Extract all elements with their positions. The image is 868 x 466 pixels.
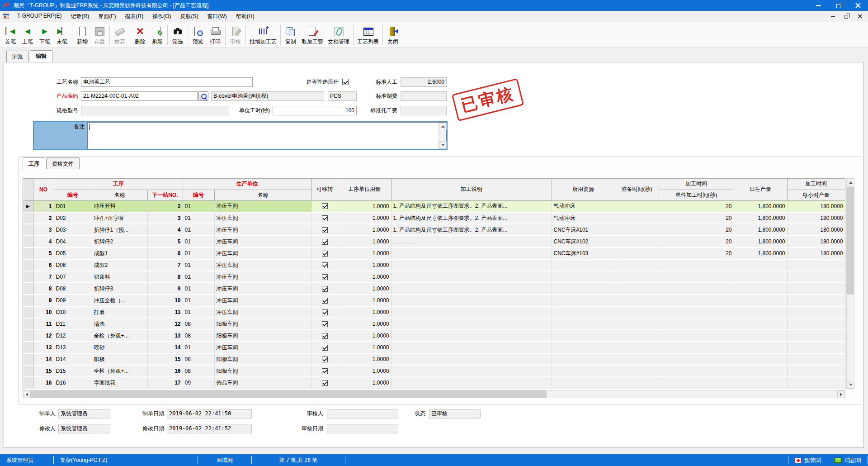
cell-unit_time[interactable]: [659, 330, 734, 342]
cell-desc[interactable]: [391, 330, 552, 342]
col-header-process-name[interactable]: 名称: [92, 190, 147, 200]
cell-resource[interactable]: [552, 271, 615, 283]
cell-name[interactable]: 成型1: [92, 247, 147, 259]
cell-unit_time[interactable]: [659, 342, 734, 353]
cell-uname[interactable]: 冲压车间: [214, 306, 311, 318]
cell-resource[interactable]: [552, 306, 615, 318]
preferred-flow-checkbox[interactable]: [342, 79, 349, 85]
cell-no[interactable]: 2: [33, 212, 54, 224]
cell-prep[interactable]: [615, 330, 659, 342]
cell-prep[interactable]: [615, 353, 659, 365]
col-header-unit-name[interactable]: 名称: [214, 190, 311, 200]
toolbar-button-nav-prev[interactable]: 上笔: [19, 23, 36, 47]
grid-row[interactable]: 6D06成型2701冲压车间1.0000: [23, 259, 845, 271]
cell-name[interactable]: 成型2: [92, 259, 147, 271]
row-selector-gutter[interactable]: [23, 342, 33, 353]
row-selector-gutter[interactable]: [23, 271, 33, 283]
row-selector-gutter[interactable]: [23, 283, 33, 295]
cell-name[interactable]: 阳极: [92, 353, 147, 365]
col-header-transferable[interactable]: 可移转: [311, 179, 338, 200]
cell-usage[interactable]: 1.0000: [338, 295, 391, 306]
cell-name[interactable]: 字面批花: [92, 377, 147, 389]
cell-uname[interactable]: 冲压车间: [214, 236, 311, 247]
grid-row[interactable]: 12D12全检（外观+...1308阳极车间1.0000: [23, 330, 845, 342]
cell-name[interactable]: 冲压全检（...: [92, 295, 147, 306]
cell-uname[interactable]: 冲压车间: [214, 200, 311, 212]
cell-ucode[interactable]: 01: [183, 224, 214, 236]
cell-daily[interactable]: 1,800.0000: [734, 247, 787, 259]
grid-row[interactable]: ▶1D01冲压开料201冲压车间1.00001. 产品结构及尺寸依工序图要求。2…: [23, 200, 845, 212]
cell-desc[interactable]: 1. 产品结构及尺寸依工序图要求。2. 产品表面...: [391, 224, 552, 236]
cell-prep[interactable]: [615, 271, 659, 283]
cell-ucode[interactable]: 01: [183, 236, 214, 247]
toolbar-button-copy[interactable]: 复制: [282, 23, 299, 47]
cell-no[interactable]: 8: [33, 283, 54, 295]
cell-name[interactable]: 打磨: [92, 306, 147, 318]
cell-code[interactable]: D11: [54, 318, 92, 330]
toolbar-button-delete[interactable]: 删除: [132, 23, 149, 47]
cell-daily[interactable]: [734, 306, 787, 318]
cell-code[interactable]: D16: [54, 377, 92, 389]
cell-unit_time[interactable]: 20: [659, 200, 734, 212]
tab-browse[interactable]: 浏览: [6, 51, 29, 62]
cell-name[interactable]: 切废料: [92, 271, 147, 283]
cell-uname[interactable]: 冲压车间: [214, 212, 311, 224]
menu-item-4[interactable]: 报表(R): [120, 11, 148, 22]
transferable-checkbox[interactable]: [322, 251, 328, 257]
window-minimize-button[interactable]: [808, 0, 828, 11]
transferable-checkbox[interactable]: [322, 380, 328, 386]
cell-next[interactable]: 7: [147, 259, 183, 271]
cell-next[interactable]: 13: [147, 330, 183, 342]
cell-resource[interactable]: CNC车床#102: [552, 236, 615, 247]
cell-unit_time[interactable]: [659, 353, 734, 365]
toolbar-button-document-management[interactable]: 文档管理: [326, 23, 352, 47]
cell-next[interactable]: 16: [147, 365, 183, 377]
cell-prep[interactable]: [615, 306, 659, 318]
cell-transferable[interactable]: [311, 318, 338, 330]
cell-next[interactable]: 3: [147, 212, 183, 224]
scroll-up-icon[interactable]: [439, 123, 447, 130]
cell-desc[interactable]: [391, 342, 552, 353]
product-lookup-button[interactable]: [198, 91, 208, 101]
cell-code[interactable]: D10: [54, 306, 92, 318]
cell-resource[interactable]: CNC车床#101: [552, 224, 615, 236]
cell-usage[interactable]: 1.0000: [338, 271, 391, 283]
cell-uname[interactable]: 阳极车间: [214, 365, 311, 377]
cell-transferable[interactable]: [311, 212, 338, 224]
horizontal-scroll-thumb[interactable]: [31, 390, 547, 398]
cell-name[interactable]: 全检（外观+...: [92, 330, 147, 342]
transferable-checkbox[interactable]: [322, 262, 328, 268]
scroll-right-icon[interactable]: [837, 390, 845, 398]
transferable-checkbox[interactable]: [322, 333, 328, 339]
grid-row[interactable]: 7D07切废料801冲压车间1.0000: [23, 271, 845, 283]
row-selector-gutter[interactable]: [23, 259, 33, 271]
cell-daily[interactable]: [734, 365, 787, 377]
grid-row[interactable]: 13D13喷砂1401冲压车间1.0000: [23, 342, 845, 353]
cell-code[interactable]: D04: [54, 236, 92, 247]
grid-row[interactable]: 8D08折脚仔3901冲压车间1.0000: [23, 283, 845, 295]
scroll-down-icon[interactable]: [847, 381, 854, 389]
cell-next[interactable]: 11: [147, 306, 183, 318]
cell-daily[interactable]: 1,800.0000: [734, 236, 787, 247]
col-header-daily-output[interactable]: 日生产量: [734, 179, 787, 200]
cell-desc[interactable]: . . . . . . . .: [391, 236, 552, 247]
cell-next[interactable]: 15: [147, 353, 183, 365]
cell-daily[interactable]: [734, 353, 787, 365]
cell-prep[interactable]: [615, 365, 659, 377]
cell-desc[interactable]: [391, 295, 552, 306]
vertical-scrollbar[interactable]: [846, 178, 854, 389]
cell-uname[interactable]: 阳极车间: [214, 318, 311, 330]
col-header-resource[interactable]: 所用资源: [552, 179, 615, 200]
cell-ucode[interactable]: 01: [183, 259, 214, 271]
cell-code[interactable]: D13: [54, 342, 92, 353]
cell-ucode[interactable]: 01: [183, 200, 214, 212]
cell-resource[interactable]: [552, 295, 615, 306]
cell-name[interactable]: 冲孔+压字唛: [92, 212, 147, 224]
cell-hourly[interactable]: [787, 283, 845, 295]
cell-transferable[interactable]: [311, 353, 338, 365]
cell-uname[interactable]: 冲压车间: [214, 259, 311, 271]
mdi-minimize-button[interactable]: [829, 13, 836, 19]
toolbar-button-nav-first[interactable]: 首笔: [2, 23, 19, 47]
cell-usage[interactable]: 1.0000: [338, 283, 391, 295]
cell-code[interactable]: D02: [54, 212, 92, 224]
